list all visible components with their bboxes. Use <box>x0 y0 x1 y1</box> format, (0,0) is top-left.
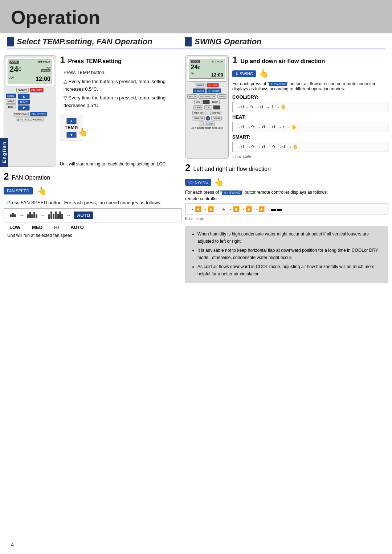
page-header: Operation <box>0 0 392 33</box>
swing-remote-smart-row: SMART ON / OFF <box>187 83 227 87</box>
temp-down-illus: ▼ <box>66 132 77 138</box>
up-down-swing-illus[interactable]: ⇕ SWING <box>232 70 256 77</box>
fan-label-auto: AUTO <box>70 225 84 230</box>
up-down-swing-btn[interactable]: ⇕ SWING <box>193 89 205 93</box>
smart-on-off-row: SMART ON / OFF <box>6 88 54 93</box>
swing-smart-btn[interactable]: SMART <box>195 83 205 87</box>
remote-display-left: COOL SET TEMP. 24C FAN SPEED <box>8 59 52 83</box>
section-headers-row: Select TEMP.setting, FAN Operation SWING… <box>0 37 392 55</box>
blank-btn <box>203 100 210 104</box>
timer-on-btn[interactable]: TIMER ON <box>192 111 204 115</box>
set-temp-label-left: SET TEMP. <box>37 61 50 63</box>
plus-btn[interactable]: + <box>205 111 209 115</box>
circle-btn: ● <box>206 116 210 120</box>
left-section-header: Select TEMP.setting, FAN Operation <box>7 37 185 53</box>
finger-icon-temp: 👆 <box>78 128 88 137</box>
bullet2-text: ▽ Every time the button is pressed, temp… <box>64 94 181 110</box>
swing-step1-body: For each press of "⇕ SWING" button, air … <box>232 81 388 91</box>
finger-icon-fan: 👆 <box>37 186 47 196</box>
clock-row: — CANCEL <box>187 122 227 126</box>
step1-number: 1 <box>60 55 65 65</box>
economy-fan-row: ECONOMY FAN SPEED <box>6 112 54 116</box>
swing-step2-heading: Left and right air flow direction <box>193 166 270 172</box>
smart-btn[interactable]: SMART <box>16 88 29 93</box>
swing-step1-text: 1 Up and down air flow direction ⇕ SWING… <box>232 55 388 159</box>
remote-top-left: COOL SET TEMP. 24C FAN SPEED <box>6 58 54 86</box>
step2-footer: Unit will run at selected fan speed. <box>7 233 181 238</box>
remote-control-left: COOL SET TEMP. 24C FAN SPEED <box>4 55 56 167</box>
page-title: Operation <box>11 7 381 28</box>
page-number: 4 <box>11 542 14 547</box>
right-section-header: SWING Operation <box>185 37 385 53</box>
cool-label-left: COOL <box>9 61 19 64</box>
press-temp-text: Press TEMP button. <box>64 69 181 77</box>
power-btn[interactable]: POWER <box>193 105 203 110</box>
swing-step1-heading: Up and down air flow direction <box>240 58 325 65</box>
power-soft-row: POWER SOFT <box>187 105 227 110</box>
note-item-3: As cold air flows downward in COOL mode,… <box>197 263 383 278</box>
follow-evade-btn[interactable]: FOLLOW EVADE <box>24 118 44 122</box>
temp-display-right: 24C <box>191 63 200 71</box>
note-item-1: When humidity is high,condensate water m… <box>197 230 383 245</box>
economy-btn[interactable]: ECONOMY <box>13 112 29 116</box>
swing-step1-wrapper: COOL SET TEMP. 24C AM 12:00 <box>185 55 388 159</box>
sidebar-language-label: English <box>0 138 8 167</box>
step1-body: Press TEMP button. △ Every time the butt… <box>64 69 181 110</box>
temp-label-illus: TEMP. <box>65 125 78 130</box>
lr-swing-btn-illus[interactable]: ◁▷ SWING <box>185 179 211 186</box>
swing-on-off-btn[interactable]: ON / OFF <box>207 83 219 87</box>
health-btn[interactable]: HEALTH <box>187 94 197 99</box>
speed-label: SPEED <box>41 69 50 72</box>
fan-speed-btn-illus[interactable]: FAN SPEED <box>4 187 33 194</box>
fan-speed-btn-remote[interactable]: FAN SPEED <box>30 112 47 116</box>
swing-step1-number: 1 <box>232 55 237 65</box>
fresh-btn[interactable]: FRESH <box>217 94 226 99</box>
finger-icon-lr-swing: 👆 <box>214 177 224 187</box>
fan-bar-low <box>10 213 16 217</box>
cool-mode-btn[interactable]: COOL <box>6 94 16 98</box>
timer-off-btn[interactable]: TIMER OFF <box>192 116 205 120</box>
on-off-btn[interactable]: ON / OFF <box>30 88 44 93</box>
lr-flow-diagram: →🔼→🔼→🔺→🔼→🔼→🔼→▬▬ <box>185 204 388 214</box>
initial-state-2: Initial state <box>185 217 388 221</box>
am-label-left: AM <box>9 76 15 82</box>
fan-labels-row: LOW MED HI AUTO <box>9 225 181 230</box>
fan-label: FAN <box>41 66 50 69</box>
right-col-header: SWING Operation <box>185 37 385 49</box>
cool-label-right: COOL <box>191 60 200 63</box>
temp10-btn[interactable]: 10°C <box>194 100 201 104</box>
fan-label-low: LOW <box>9 225 20 230</box>
bottom-btns-row: LIGHT INQUIRE RESET CODE LOCK <box>187 127 227 129</box>
remote-display-right: COOL SET TEMP. 24C AM 12:00 <box>189 59 225 79</box>
ifp-btn[interactable]: iFP <box>16 118 23 122</box>
heat-flow: →↺ →↷ →↺ →↺ →↑ →🖐 <box>232 122 388 132</box>
swing-step2-body: For each press of "◁▷ SWING" buttor,remo… <box>185 190 388 195</box>
cancel-btn[interactable]: CANCEL <box>211 116 221 120</box>
fan-speed-diagram: → → <box>4 208 181 222</box>
am-label-right: AM <box>191 72 195 78</box>
sleep-btn[interactable]: SLEEP <box>211 100 220 104</box>
step2-section: 2 FAN Operation FAN SPEED 👆 Press FAN SP… <box>4 171 181 238</box>
temp-down-btn[interactable]: ▼ <box>18 105 30 111</box>
temp-up-btn[interactable]: ▲ <box>18 94 30 99</box>
minus-btn[interactable]: — <box>199 122 204 126</box>
confirm-btn[interactable]: CONFIRM <box>210 111 221 115</box>
dry-mode-btn[interactable]: DRY <box>6 104 16 109</box>
left-col-header: Select TEMP.setting, FAN Operation <box>7 37 185 49</box>
set-temp-label-right: SET TEMP. <box>212 61 223 63</box>
time-display-left: 12:00 <box>36 76 50 82</box>
smart-label: SMART: <box>232 134 388 140</box>
swing-step2-number: 2 <box>185 162 190 173</box>
left-right-swing-btn[interactable]: ◁▷ SWING <box>207 89 221 93</box>
soft-btn[interactable]: SOFT <box>204 105 212 110</box>
health-aircon-btn[interactable]: HEALTH AIR.CON <box>199 94 216 99</box>
right-header-blue-box <box>185 37 192 46</box>
swing-inline-btn: ⇕ SWING <box>269 82 287 86</box>
heat-mode-btn[interactable]: HEAT <box>6 99 16 104</box>
note-item-2: It is advisable not to keep horizontal f… <box>197 247 383 262</box>
temp-illustration: ▲ TEMP. ▼ 👆 <box>60 115 83 140</box>
finger-icon-swing: 👆 <box>259 69 269 78</box>
lr-swing-illus: ◁▷ SWING 👆 <box>185 177 388 187</box>
right-section-title: SWING Operation <box>195 37 262 46</box>
cancel-btn2[interactable]: CANCEL <box>205 122 215 126</box>
